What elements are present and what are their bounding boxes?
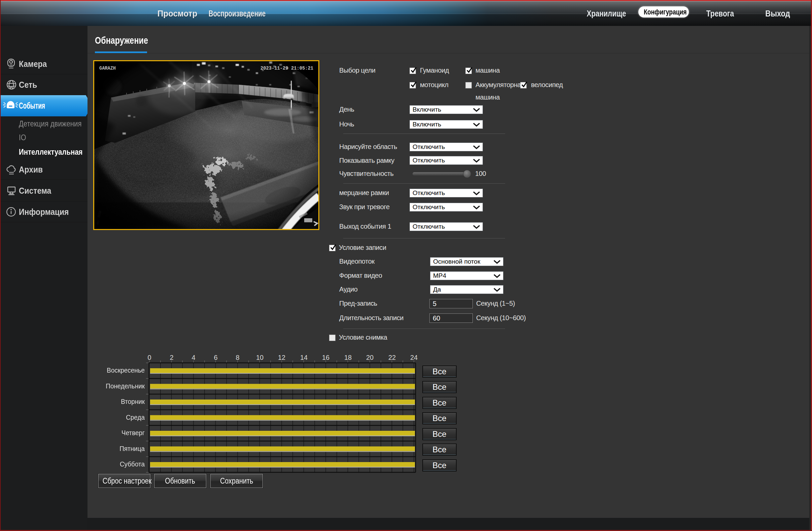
svg-text:2023-11-29 21:05:21: 2023-11-29 21:05:21 (260, 65, 313, 71)
svg-text:События: События (19, 101, 45, 110)
svg-text:GARAZH: GARAZH (99, 65, 116, 71)
